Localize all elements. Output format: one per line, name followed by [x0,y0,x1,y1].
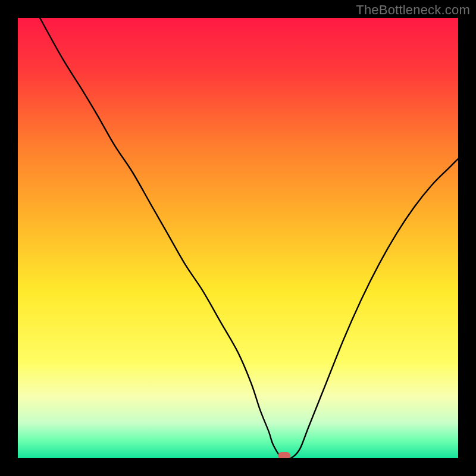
optimal-marker [278,452,290,458]
plot-area [18,18,458,458]
chart-svg [18,18,458,458]
attribution-text: TheBottleneck.com [356,2,470,18]
gradient-background [18,18,458,458]
chart-frame: TheBottleneck.com [0,0,476,476]
